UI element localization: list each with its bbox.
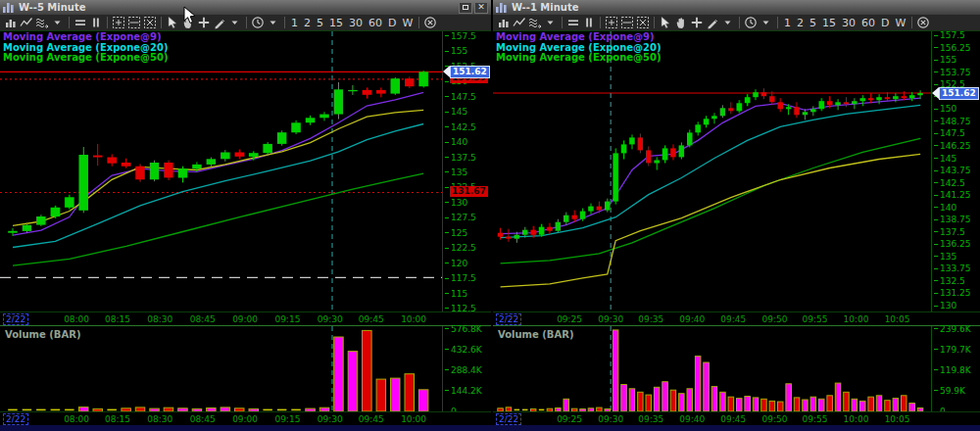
volume-axis[interactable]: 239.6K179.7K119.8K59.9K0 (931, 326, 980, 411)
vertical-line-tool-icon[interactable] (581, 15, 597, 30)
crosshair-tool-icon[interactable] (689, 15, 705, 30)
vertical-line-tool-icon[interactable] (88, 15, 104, 30)
ma-legend-row: Moving Average (Expone@9) (496, 32, 662, 43)
timeframe-60-button[interactable]: 60 (858, 15, 878, 30)
price-tick-label: 138.75 (934, 215, 971, 224)
titlebar-1min[interactable]: W--1 Minute (493, 0, 980, 15)
layout-split-icon[interactable] (619, 15, 635, 30)
layout-close-icon[interactable] (142, 15, 158, 30)
time-tick-label: 09:15 (271, 314, 303, 324)
horizontal-line-tool-icon[interactable] (565, 15, 581, 30)
layout-grid-icon[interactable] (111, 15, 126, 30)
indicator-lines-icon[interactable] (527, 15, 543, 30)
time-axis[interactable]: 2/2209:2509:3009:3509:4009:4509:5009:551… (493, 311, 980, 325)
time-axis[interactable]: 2/2208:0008:1508:3008:4509:0009:1509:300… (0, 311, 491, 325)
timeframe-30-button[interactable]: 30 (839, 15, 858, 30)
crosshair-tool-icon[interactable] (196, 15, 212, 30)
time-tick-label: 08:30 (144, 414, 175, 424)
session-dropdown[interactable] (759, 15, 774, 30)
volume-axis[interactable]: 576.8K432.6K288.4K144.2K0 (442, 326, 491, 411)
timeframe-2-button[interactable]: 2 (794, 15, 807, 30)
price-tick-label: 150 (934, 104, 956, 114)
bottom-taskbar-strip (0, 425, 980, 431)
timeframe-week-button[interactable]: W (892, 15, 908, 30)
ma-legend-row: Moving Average (Expone@50) (496, 53, 662, 64)
price-tick-label: 125 (445, 228, 467, 238)
timeframe-2-button[interactable]: 2 (301, 15, 314, 30)
timeframe-week-button[interactable]: W (399, 15, 416, 30)
das-trader-charts-screen: W--5 Minute ✕ 125153060DW Moving Average… (0, 0, 980, 431)
volume-tick-label: 119.8K (934, 365, 971, 375)
ma-legend: Moving Average (Expone@9)Moving Average … (496, 32, 662, 64)
toolbar-separator (161, 17, 162, 28)
chart-style-line-icon[interactable] (512, 15, 527, 30)
price-tick-label: 117.5 (445, 273, 476, 283)
remove-chart-icon[interactable] (915, 15, 931, 30)
pan-tool-icon[interactable] (673, 15, 689, 30)
time-tick-label: 08:45 (187, 314, 219, 324)
timeframe-day-button[interactable]: D (878, 15, 892, 30)
layout-grid-icon[interactable] (604, 15, 619, 30)
restore-window-button[interactable] (459, 2, 472, 14)
price-tick-label: 135 (934, 252, 956, 262)
time-tick-label: 08:15 (102, 414, 133, 424)
time-tick-label: 09:55 (800, 414, 831, 424)
session-clock-icon[interactable] (250, 15, 266, 30)
volume-chart[interactable]: Volume (BAR) (493, 326, 931, 411)
timeframe-1-button[interactable]: 1 (781, 15, 794, 30)
session-dropdown[interactable] (266, 15, 281, 30)
close-window-button[interactable]: ✕ (474, 2, 488, 14)
volume-time-axis[interactable]: 2/2208:0008:1508:3008:4509:0009:1509:300… (0, 411, 491, 425)
price-tick-label: 122.5 (445, 243, 476, 253)
chart-style-line-icon[interactable] (19, 15, 34, 30)
draw-tool-icon[interactable] (212, 15, 227, 30)
price-tick-label: 137.5 (934, 227, 965, 237)
remove-chart-icon[interactable] (422, 15, 438, 30)
candlestick-chart[interactable]: Moving Average (Expone@9)Moving Average … (493, 31, 931, 311)
session-clock-icon[interactable] (743, 15, 759, 30)
price-tick-label: 148.75 (934, 117, 971, 126)
layout-split-icon[interactable] (126, 15, 142, 30)
price-axis[interactable]: 157.5156.25155153.75152.5151.25150148.75… (931, 31, 980, 311)
chart-style-dropdown[interactable] (50, 15, 66, 30)
price-tick-label: 136.25 (934, 239, 971, 249)
layout-close-icon[interactable] (635, 15, 651, 30)
timeframe-1-button[interactable]: 1 (288, 15, 301, 30)
price-tick-label: 142.5 (934, 178, 965, 188)
timeframe-15-button[interactable]: 15 (819, 15, 839, 30)
volume-tick-label: 59.9K (934, 386, 965, 396)
timeframe-60-button[interactable]: 60 (366, 15, 385, 30)
window-title: W--1 Minute (512, 2, 579, 13)
chart-style-bars-icon[interactable] (496, 15, 512, 30)
chart-style-dropdown[interactable] (543, 15, 559, 30)
horizontal-line-tool-icon[interactable] (73, 15, 88, 30)
indicator-lines-icon[interactable] (34, 15, 50, 30)
pointer-tool-icon[interactable] (658, 15, 673, 30)
timeframe-30-button[interactable]: 30 (346, 15, 366, 30)
volume-pane: Volume (BAR) 576.8K432.6K288.4K144.2K0 2… (0, 325, 491, 425)
volume-time-axis[interactable]: 2/2209:2509:3009:3509:4009:4509:5009:551… (493, 411, 980, 425)
volume-chart[interactable]: Volume (BAR) (0, 326, 442, 411)
price-axis[interactable]: 157.5155152.5150147.5145142.5140137.5135… (442, 31, 491, 311)
price-tick-label: 142.5 (445, 122, 476, 132)
chart-style-bars-icon[interactable] (3, 15, 19, 30)
titlebar-5min[interactable]: W--5 Minute ✕ (0, 0, 491, 15)
draw-tool-icon[interactable] (705, 15, 720, 30)
pointer-tool-icon[interactable] (165, 15, 180, 30)
timeframe-day-button[interactable]: D (385, 15, 399, 30)
restore-window-icon (463, 5, 468, 10)
timeframe-5-button[interactable]: 5 (807, 15, 819, 30)
timeframe-15-button[interactable]: 15 (326, 15, 346, 30)
candlestick-chart[interactable]: Moving Average (Expone@9)Moving Average … (0, 31, 442, 311)
volume-tick-label: 179.7K (934, 345, 971, 355)
time-tick-label: 09:15 (271, 414, 303, 424)
price-tick-label: 153.75 (934, 68, 971, 77)
time-tick-label: 09:45 (356, 314, 387, 324)
toolbar-separator (911, 17, 912, 28)
timeframe-5-button[interactable]: 5 (314, 15, 326, 30)
date-label: 2/22 (3, 413, 28, 425)
draw-tool-dropdown[interactable] (720, 15, 736, 30)
draw-tool-dropdown[interactable] (227, 15, 243, 30)
time-tick-label: 10:00 (398, 314, 429, 324)
chart-window-1min: W--1 Minute 125153060DW Moving Average (… (493, 0, 980, 425)
